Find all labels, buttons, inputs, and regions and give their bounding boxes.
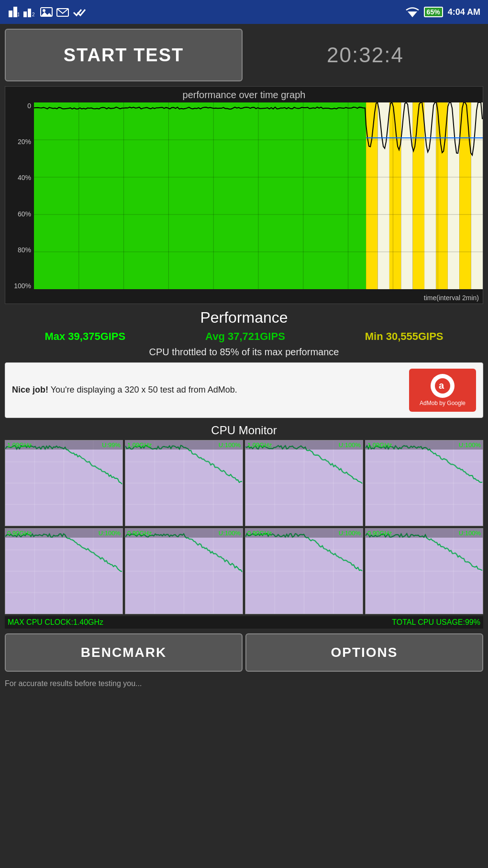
- cpu-canvas-3: [366, 440, 483, 526]
- cpu-footer-left: MAX CPU CLOCK:1.40GHz: [8, 618, 103, 627]
- cpu-canvas-6: [245, 529, 363, 614]
- svg-marker-10: [408, 11, 417, 17]
- cpu-cell-header-5: 0.90GHzU:100%: [125, 529, 243, 538]
- y-label-60: 60%: [18, 211, 31, 217]
- y-label-40: 40%: [18, 174, 31, 181]
- svg-marker-4: [28, 9, 31, 17]
- start-test-button[interactable]: START TEST: [5, 29, 243, 81]
- ad-banner[interactable]: Nice job! You're displaying a 320 x 50 t…: [5, 362, 483, 418]
- footer-note: For accurate results before testing you.…: [5, 676, 483, 692]
- cpu-canvas-0: [5, 440, 122, 526]
- timer-display: 20:32:4: [247, 43, 483, 67]
- cpu-cell-header-7: 0.90GHzU:100%: [366, 529, 483, 538]
- cpu-freq-1: 1.09GHz: [127, 441, 152, 449]
- cpu-freq-3: 1.09GHz: [367, 441, 392, 449]
- performance-graph-container: performance over time graph 100% 80% 60%…: [5, 86, 483, 304]
- cpu-cell-3: 1.09GHzU:100%: [365, 440, 483, 526]
- perf-stats-row: Max 39,375GIPS Avg 37,721GIPS Min 30,555…: [5, 330, 483, 343]
- benchmark-button[interactable]: BENCMARK: [5, 633, 243, 672]
- cpu-freq-2: 1.09GHz: [247, 441, 272, 449]
- svg-text:1: 1: [17, 12, 19, 17]
- cpu-monitor-title: CPU Monitor: [5, 424, 483, 437]
- cpu-cell-header-1: 1.09GHzU:100%: [125, 440, 243, 450]
- cpu-canvas-1: [125, 440, 243, 526]
- cpu-usage-0: U:99%: [102, 441, 121, 449]
- svg-text:2: 2: [32, 12, 35, 17]
- svg-point-7: [43, 9, 45, 12]
- graph-x-label: time(interval 2min): [424, 294, 479, 302]
- ad-bold: Nice job!: [12, 385, 48, 395]
- cpu-freq-7: 0.90GHz: [367, 530, 392, 537]
- cpu-grid-top: 1.09GHzU:99%1.09GHzU:100%1.09GHzU:100%1.…: [5, 440, 483, 614]
- cpu-cell-0: 1.09GHzU:99%: [5, 440, 123, 526]
- perf-graph-canvas: [34, 102, 483, 289]
- cpu-usage-2: U:100%: [339, 441, 361, 449]
- y-label-100: 100%: [14, 282, 31, 289]
- email-icon: [56, 7, 69, 17]
- cpu-footer-right: TOTAL CPU USAGE:99%: [392, 618, 480, 627]
- graph-title: performance over time graph: [5, 87, 483, 102]
- cpu-cell-header-6: 0.90GHzU:100%: [245, 529, 363, 538]
- performance-section: Performance Max 39,375GIPS Avg 37,721GIP…: [5, 309, 483, 358]
- stat-avg: Avg 37,721GIPS: [205, 330, 285, 343]
- admob-svg: a: [434, 378, 451, 394]
- clock-display: 4:04 AM: [448, 7, 480, 17]
- graph-y-labels: 100% 80% 60% 40% 20% 0: [5, 102, 34, 289]
- cpu-cell-header-3: 1.09GHzU:100%: [366, 440, 483, 450]
- cpu-cell-header-4: 0.90GHzU:100%: [5, 529, 122, 538]
- stat-min: Min 30,555GIPS: [365, 330, 444, 343]
- check-icon: [73, 7, 86, 17]
- status-bar: 1 2 65% 4:04 AM: [0, 0, 488, 24]
- y-label-0: 0: [27, 102, 31, 109]
- throttle-text: CPU throttled to 85% of its max performa…: [5, 347, 483, 358]
- wifi-icon: [406, 7, 419, 17]
- stat-max: Max 39,375GIPS: [44, 330, 125, 343]
- cpu-usage-4: U:100%: [99, 530, 121, 537]
- cpu-canvas-2: [245, 440, 363, 526]
- ad-logo: a AdMob by Google: [409, 369, 476, 412]
- cpu-usage-3: U:100%: [459, 441, 481, 449]
- ad-body: You're displaying a 320 x 50 test ad fro…: [51, 385, 237, 395]
- cpu-cell-header-2: 1.09GHzU:100%: [245, 440, 363, 450]
- cpu-freq-0: 1.09GHz: [7, 441, 32, 449]
- cpu-cell-7: 0.90GHzU:100%: [365, 528, 483, 614]
- svg-marker-1: [13, 7, 17, 17]
- bottom-buttons: BENCMARK OPTIONS: [5, 633, 483, 672]
- cpu-usage-5: U:100%: [219, 530, 241, 537]
- cpu-freq-5: 0.90GHz: [127, 530, 152, 537]
- signal-icon-2: 2: [23, 7, 36, 17]
- top-row: START TEST 20:32:4: [5, 29, 483, 81]
- svg-text:a: a: [439, 380, 444, 391]
- cpu-cell-5: 0.90GHzU:100%: [125, 528, 243, 614]
- cpu-usage-1: U:100%: [219, 441, 241, 449]
- graph-canvas-area: [34, 102, 483, 289]
- svg-marker-0: [9, 11, 12, 17]
- cpu-cell-2: 1.09GHzU:100%: [245, 440, 363, 526]
- svg-marker-3: [23, 11, 27, 17]
- status-left: 1 2: [8, 7, 86, 17]
- cpu-cell-header-0: 1.09GHzU:99%: [5, 440, 122, 450]
- cpu-usage-6: U:100%: [339, 530, 361, 537]
- svg-marker-8: [41, 12, 52, 16]
- cpu-canvas-5: [125, 529, 243, 614]
- cpu-monitor-section: CPU Monitor 1.09GHzU:99%1.09GHzU:100%1.0…: [5, 424, 483, 629]
- cpu-freq-4: 0.90GHz: [7, 530, 32, 537]
- y-label-20: 20%: [18, 138, 31, 145]
- admob-icon: a: [431, 374, 455, 398]
- cpu-cell-4: 0.90GHzU:100%: [5, 528, 123, 614]
- image-icon: [40, 7, 53, 17]
- signal-icon-1: 1: [8, 7, 19, 17]
- cpu-cell-1: 1.09GHzU:100%: [125, 440, 243, 526]
- ad-text: Nice job! You're displaying a 320 x 50 t…: [12, 384, 403, 396]
- graph-area: 100% 80% 60% 40% 20% 0 time(interval 2mi…: [5, 102, 483, 304]
- cpu-canvas-4: [5, 529, 122, 614]
- cpu-cell-6: 0.90GHzU:100%: [245, 528, 363, 614]
- performance-title: Performance: [5, 309, 483, 327]
- cpu-usage-7: U:100%: [459, 530, 481, 537]
- options-button[interactable]: OPTIONS: [245, 633, 483, 672]
- ad-logo-text: AdMob by Google: [420, 400, 466, 406]
- cpu-footer: MAX CPU CLOCK:1.40GHz TOTAL CPU USAGE:99…: [5, 616, 483, 629]
- battery-indicator: 65%: [424, 7, 443, 17]
- cpu-freq-6: 0.90GHz: [247, 530, 272, 537]
- y-label-80: 80%: [18, 247, 31, 253]
